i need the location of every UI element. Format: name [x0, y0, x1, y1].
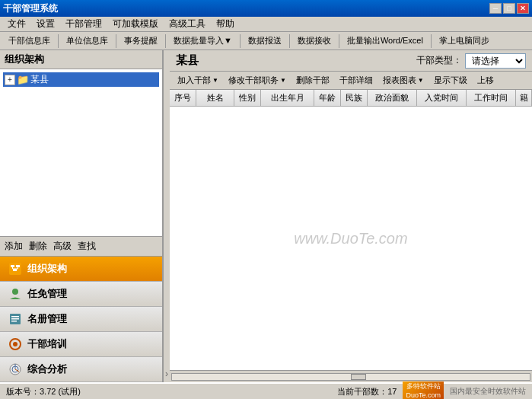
- nav-roster[interactable]: 名册管理: [0, 307, 162, 332]
- left-panel: 组织架构 + 📁 某县 添加 删除 高级 查找: [0, 50, 164, 382]
- th-party-date: 入党时间: [417, 90, 467, 106]
- svg-rect-11: [11, 321, 17, 322]
- nav-org-label: 组织架构: [27, 262, 67, 276]
- th-gender: 性别: [234, 90, 261, 106]
- menu-settings[interactable]: 设置: [32, 16, 59, 32]
- svg-rect-10: [11, 318, 19, 320]
- menu-bar: 文件 设置 干部管理 可加载模版 高级工具 帮助: [0, 17, 532, 32]
- toolbar-reminders[interactable]: 事务提醒: [119, 34, 163, 49]
- advanced-link[interactable]: 高级: [53, 240, 72, 253]
- menu-file[interactable]: 文件: [3, 16, 30, 32]
- edit-position-dropdown-icon: ▼: [280, 77, 286, 84]
- svg-rect-9: [11, 316, 19, 318]
- right-header: 某县 干部类型： 请选择: [170, 50, 532, 72]
- app-title: 干部管理系统: [3, 2, 58, 15]
- menu-cadre-management[interactable]: 干部管理: [61, 16, 107, 32]
- current-count: 当前干部数：17: [337, 386, 397, 397]
- toolbar-data-report[interactable]: 数据报送: [243, 34, 287, 49]
- th-age: 年龄: [314, 90, 341, 106]
- toolbar-mobile-sync[interactable]: 掌上电脑同步: [434, 34, 495, 49]
- county-name: 某县: [176, 53, 199, 68]
- maximize-button[interactable]: □: [503, 3, 515, 14]
- th-work-date: 工作时间: [467, 90, 516, 106]
- scroll-thumb[interactable]: [351, 374, 366, 380]
- close-button[interactable]: ✕: [517, 3, 529, 14]
- add-cadre-button[interactable]: 加入干部 ▼: [173, 73, 223, 88]
- svg-rect-2: [16, 265, 20, 267]
- report-chart-button[interactable]: 报表图表 ▼: [378, 73, 428, 88]
- training-icon: [8, 337, 23, 352]
- nav-appointment-label: 任免管理: [27, 287, 67, 301]
- toolbar-data-receive[interactable]: 数据接收: [292, 34, 336, 49]
- status-right: 当前干部数：17 多特软件站 DuoTe.com 国内最安全时效软件站: [337, 381, 526, 399]
- tree-expand-icon[interactable]: +: [5, 75, 15, 85]
- show-subordinate-button[interactable]: 显示下级: [429, 73, 472, 88]
- toolbar-sep-6: [339, 34, 339, 48]
- svg-rect-1: [11, 265, 14, 267]
- move-up-button[interactable]: 上移: [473, 73, 499, 88]
- th-political: 政治面貌: [368, 90, 417, 106]
- menu-help[interactable]: 帮助: [212, 16, 239, 32]
- table-body[interactable]: www.DuoTe.com: [170, 107, 532, 370]
- left-panel-actions: 添加 删除 高级 查找: [0, 236, 162, 256]
- toolbar-sep-4: [240, 34, 241, 48]
- horizontal-scrollbar[interactable]: [170, 370, 532, 382]
- status-bar: 版本号：3.72 (试用) 当前干部数：17 多特软件站 DuoTe.com 国…: [0, 382, 532, 399]
- type-select[interactable]: 请选择: [465, 53, 526, 69]
- nav-org-structure[interactable]: 组织架构: [0, 257, 162, 282]
- minimize-button[interactable]: ─: [489, 3, 502, 14]
- analysis-icon: [8, 362, 23, 377]
- logo-text-2: DuoTe.com: [406, 391, 441, 399]
- svg-point-7: [12, 289, 18, 295]
- toolbar-sep-7: [431, 34, 432, 48]
- menu-advanced-tools[interactable]: 高级工具: [164, 16, 210, 32]
- toolbar-unit-db[interactable]: 单位信息库: [61, 34, 113, 49]
- th-birthdate: 出生年月: [261, 90, 314, 106]
- toolbar: 干部信息库 单位信息库 事务提醒 数据批量导入▼ 数据报送 数据接收 批量输出W…: [0, 32, 532, 50]
- right-panel: 某县 干部类型： 请选择 加入干部 ▼ 修改干部职务 ▼ 删除干部 干部详细 报…: [170, 50, 532, 382]
- nav-training[interactable]: 干部培训: [0, 332, 162, 357]
- title-bar: 干部管理系统 ─ □ ✕: [0, 0, 532, 17]
- toolbar-sep-5: [289, 34, 290, 48]
- watermark: www.DuoTe.com: [294, 230, 407, 247]
- logo-text-1: 多特软件站: [406, 382, 441, 391]
- type-label: 干部类型：: [416, 54, 462, 67]
- main-layout: 组织架构 + 📁 某县 添加 删除 高级 查找: [0, 50, 532, 382]
- th-ethnicity: 民族: [341, 90, 368, 106]
- resize-arrow-icon: ›: [165, 369, 168, 379]
- toolbar-sep-2: [116, 34, 116, 48]
- svg-point-13: [13, 342, 18, 346]
- report-dropdown-icon: ▼: [418, 77, 424, 84]
- th-native: 籍: [516, 90, 532, 106]
- left-nav: 组织架构 任免管理: [0, 256, 162, 382]
- type-selector: 干部类型： 请选择: [416, 53, 526, 69]
- toolbar-batch-output[interactable]: 批量输出Word/Excel: [342, 34, 428, 49]
- tree-item-label: 某县: [30, 73, 49, 86]
- delete-cadre-button[interactable]: 删除干部: [291, 73, 334, 88]
- nav-roster-label: 名册管理: [27, 312, 67, 326]
- tree-area[interactable]: + 📁 某县: [0, 69, 162, 236]
- toolbar-sep-3: [165, 34, 166, 48]
- person-icon: [8, 286, 23, 302]
- org-icon: [8, 261, 23, 276]
- toolbar-cadre-db[interactable]: 干部信息库: [3, 34, 56, 49]
- scroll-track[interactable]: [171, 373, 530, 381]
- tree-item-county[interactable]: + 📁 某县: [3, 72, 159, 87]
- left-panel-header: 组织架构: [0, 50, 162, 69]
- nav-analysis-label: 综合分析: [27, 362, 67, 376]
- edit-position-button[interactable]: 修改干部职务 ▼: [224, 73, 291, 88]
- resize-handle[interactable]: ›: [164, 50, 170, 382]
- nav-training-label: 干部培训: [27, 337, 67, 351]
- toolbar-batch-import[interactable]: 数据批量导入▼: [168, 34, 237, 49]
- menu-templates[interactable]: 可加载模版: [108, 16, 163, 32]
- nav-appointment[interactable]: 任免管理: [0, 282, 162, 307]
- version-label: 版本号：3.72 (试用): [6, 386, 81, 397]
- add-link[interactable]: 添加: [5, 240, 23, 253]
- search-link[interactable]: 查找: [78, 240, 96, 253]
- delete-link[interactable]: 删除: [29, 240, 47, 253]
- action-bar: 加入干部 ▼ 修改干部职务 ▼ 删除干部 干部详细 报表图表 ▼ 显示下级 上移: [170, 72, 532, 90]
- nav-analysis[interactable]: 综合分析: [0, 357, 162, 382]
- cadre-detail-button[interactable]: 干部详细: [335, 73, 377, 88]
- window-controls: ─ □ ✕: [489, 3, 529, 14]
- folder-icon: 📁: [17, 74, 29, 85]
